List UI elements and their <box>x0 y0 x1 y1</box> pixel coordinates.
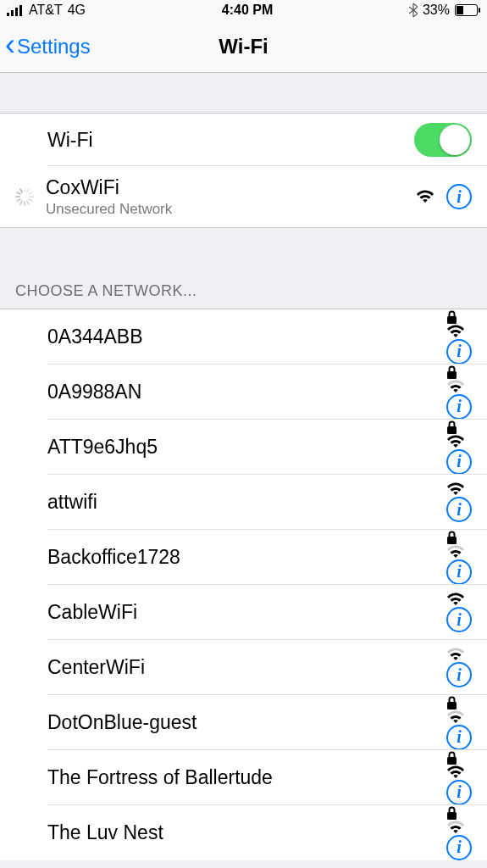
info-button[interactable]: i <box>446 184 472 209</box>
info-button[interactable]: i <box>446 607 472 632</box>
network-row[interactable]: The Luv Nesti <box>0 805 487 860</box>
wifi-signal-icon <box>416 190 434 204</box>
lock-icon <box>446 365 472 380</box>
wifi-toggle-row: Wi-Fi <box>0 114 487 166</box>
info-button[interactable]: i <box>446 449 472 475</box>
network-row[interactable]: CenterWiFii <box>0 640 487 695</box>
svg-rect-11 <box>447 702 457 709</box>
battery-percent-label: 33% <box>423 3 450 18</box>
section-gap <box>0 73 487 114</box>
svg-rect-13 <box>447 812 457 820</box>
carrier-label: AT&T <box>29 3 63 18</box>
wifi-signal-icon <box>446 482 472 497</box>
network-row[interactable]: Backoffice1728i <box>0 530 487 585</box>
svg-rect-0 <box>7 13 9 16</box>
back-label: Settings <box>17 35 91 58</box>
wifi-toggle-label: Wi-Fi <box>47 129 414 152</box>
network-name: DotOnBlue-guest <box>47 711 446 734</box>
choose-network-header: Choose a Network... <box>0 228 487 309</box>
network-type-label: 4G <box>68 3 86 18</box>
svg-rect-12 <box>447 757 457 765</box>
info-button[interactable]: i <box>446 394 472 420</box>
lock-icon <box>446 420 472 435</box>
info-button[interactable]: i <box>446 339 472 364</box>
wifi-signal-icon <box>446 325 472 339</box>
nav-bar: ‹ Settings Wi-Fi <box>0 20 487 73</box>
svg-rect-10 <box>447 537 457 544</box>
network-row[interactable]: DotOnBlue-guesti <box>0 695 487 750</box>
info-button[interactable]: i <box>446 725 472 750</box>
wifi-status-group: Wi-Fi CoxWiFi Unsecured Network i <box>0 114 487 228</box>
lock-icon <box>446 310 472 325</box>
info-button[interactable]: i <box>446 559 472 585</box>
bluetooth-icon <box>409 3 418 17</box>
network-name: CenterWiFi <box>47 656 446 679</box>
network-name: The Luv Nest <box>47 821 446 844</box>
svg-rect-9 <box>447 426 457 434</box>
spinner-icon <box>15 187 34 206</box>
network-row[interactable]: 0A9988ANi <box>0 364 487 420</box>
lock-icon <box>446 806 472 821</box>
status-bar: AT&T 4G 4:40 PM 33% <box>0 0 487 20</box>
clock-label: 4:40 PM <box>222 3 273 18</box>
info-button[interactable]: i <box>446 662 472 687</box>
network-name: The Fortress of Ballertude <box>47 766 446 789</box>
wifi-signal-icon <box>446 593 472 607</box>
page-title: Wi-Fi <box>219 35 268 58</box>
network-row[interactable]: 0A344ABBi <box>0 309 487 364</box>
svg-rect-2 <box>15 8 18 16</box>
wifi-signal-icon <box>446 648 472 662</box>
network-name: 0A9988AN <box>47 381 446 403</box>
chevron-left-icon: ‹ <box>5 30 15 64</box>
back-button[interactable]: ‹ Settings <box>0 30 91 64</box>
network-row[interactable]: ATT9e6Jhq5i <box>0 420 487 475</box>
connecting-network-name: CoxWiFi <box>46 176 416 199</box>
wifi-signal-icon <box>446 710 472 725</box>
connecting-network-subtitle: Unsecured Network <box>46 201 416 218</box>
lock-icon <box>446 696 472 710</box>
svg-rect-8 <box>447 371 457 379</box>
network-name: CableWiFi <box>47 601 446 624</box>
network-name: attwifi <box>47 491 446 514</box>
svg-rect-6 <box>479 8 480 13</box>
svg-rect-3 <box>19 5 22 16</box>
network-row[interactable]: CableWiFii <box>0 585 487 640</box>
info-button[interactable]: i <box>446 835 472 860</box>
battery-icon <box>455 4 480 16</box>
wifi-signal-icon <box>446 380 472 394</box>
network-name: ATT9e6Jhq5 <box>47 436 446 459</box>
network-name: Backoffice1728 <box>47 546 446 569</box>
info-button[interactable]: i <box>446 497 472 522</box>
network-row[interactable]: The Fortress of Ballertudei <box>0 750 487 805</box>
cell-signal-icon <box>7 4 24 16</box>
wifi-signal-icon <box>446 821 472 835</box>
wifi-signal-icon <box>446 435 472 449</box>
lock-icon <box>446 751 472 765</box>
lock-icon <box>446 531 472 545</box>
network-list: 0A344ABBi0A9988ANiATT9e6Jhq5iattwifiiBac… <box>0 309 487 860</box>
svg-rect-7 <box>447 316 457 324</box>
connecting-network-row[interactable]: CoxWiFi Unsecured Network i <box>0 166 487 227</box>
network-row[interactable]: attwifii <box>0 475 487 530</box>
info-button[interactable]: i <box>446 780 472 805</box>
wifi-signal-icon <box>446 545 472 559</box>
wifi-toggle[interactable] <box>414 123 472 157</box>
svg-rect-1 <box>11 10 14 16</box>
svg-rect-5 <box>457 6 463 14</box>
network-name: 0A344ABB <box>47 326 446 348</box>
wifi-signal-icon <box>446 765 472 780</box>
